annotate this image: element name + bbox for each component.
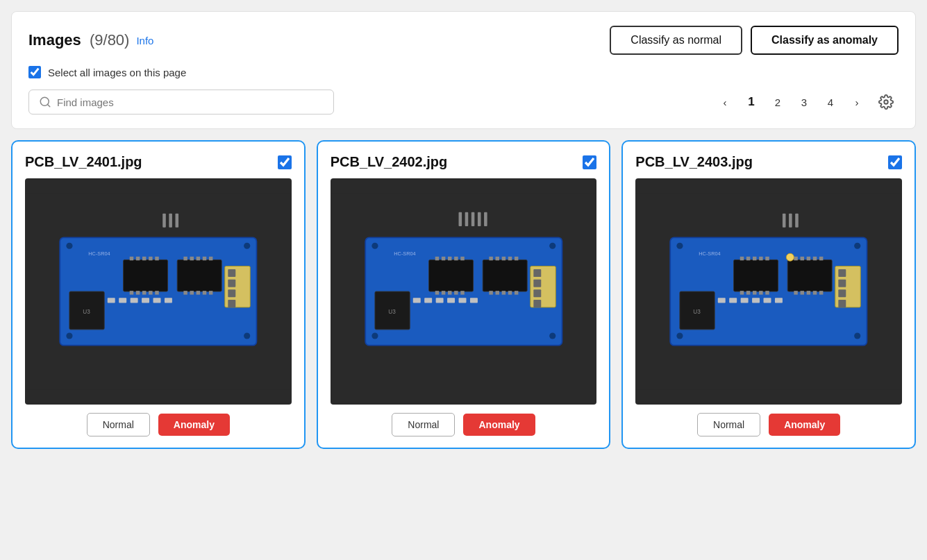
pcb-image-2: U3 xyxy=(331,178,597,405)
svg-rect-136 xyxy=(783,214,786,228)
svg-rect-87 xyxy=(458,298,466,303)
svg-point-5 xyxy=(66,243,72,249)
pcb-image-3: U3 xyxy=(635,178,902,405)
svg-rect-84 xyxy=(424,298,432,303)
svg-rect-74 xyxy=(495,291,499,294)
svg-rect-105 xyxy=(746,257,750,260)
svg-rect-16 xyxy=(155,257,158,260)
svg-rect-76 xyxy=(508,291,511,294)
next-page-button[interactable]: › xyxy=(846,91,868,113)
svg-rect-109 xyxy=(740,291,744,294)
svg-rect-79 xyxy=(533,269,541,277)
normal-tag-button[interactable]: Normal xyxy=(697,413,760,436)
svg-rect-62 xyxy=(435,291,438,294)
svg-rect-44 xyxy=(162,214,166,228)
svg-rect-70 xyxy=(501,257,505,260)
svg-rect-83 xyxy=(412,298,420,303)
svg-rect-112 xyxy=(759,291,762,294)
image-card: PCB_LV_2403.jpg U3 xyxy=(621,140,916,449)
svg-point-52 xyxy=(371,332,378,339)
svg-rect-115 xyxy=(794,257,798,260)
svg-rect-63 xyxy=(442,291,445,294)
svg-rect-138 xyxy=(796,214,799,228)
anomaly-tag-button[interactable]: Anomaly xyxy=(769,414,840,436)
svg-rect-131 xyxy=(730,298,737,303)
svg-rect-58 xyxy=(442,257,445,260)
svg-rect-126 xyxy=(839,269,846,277)
svg-rect-116 xyxy=(801,257,804,260)
svg-rect-39 xyxy=(119,298,126,303)
card-checkbox[interactable] xyxy=(583,155,596,169)
classify-normal-button[interactable]: Classify as normal xyxy=(610,26,742,55)
card-filename: PCB_LV_2403.jpg xyxy=(635,154,753,170)
svg-point-51 xyxy=(549,243,556,249)
svg-rect-38 xyxy=(108,298,115,303)
svg-rect-20 xyxy=(149,291,152,294)
anomaly-tag-button[interactable]: Anomaly xyxy=(158,414,230,436)
card-image: U3 xyxy=(635,178,902,405)
card-checkbox[interactable] xyxy=(888,155,902,169)
svg-line-1 xyxy=(47,104,49,106)
page-3-button[interactable]: 3 xyxy=(793,91,815,113)
card-filename: PCB_LV_2401.jpg xyxy=(25,154,142,170)
pagination: ‹ 1 2 3 4 › xyxy=(714,91,868,113)
page-2-button[interactable]: 2 xyxy=(767,91,789,113)
svg-rect-37 xyxy=(228,300,235,307)
svg-rect-30 xyxy=(197,291,200,294)
card-filename: PCB_LV_2402.jpg xyxy=(331,154,448,170)
svg-rect-34 xyxy=(228,269,235,277)
select-all-label: Select all images on this page xyxy=(48,67,186,78)
svg-rect-64 xyxy=(448,291,451,294)
svg-point-8 xyxy=(244,332,250,339)
card-checkbox[interactable] xyxy=(278,155,292,169)
svg-rect-93 xyxy=(484,212,487,226)
info-link[interactable]: Info xyxy=(136,35,153,46)
svg-rect-82 xyxy=(533,300,541,307)
svg-rect-91 xyxy=(471,212,474,226)
svg-rect-26 xyxy=(203,257,206,260)
prev-page-button[interactable]: ‹ xyxy=(714,91,736,113)
search-icon xyxy=(39,96,51,108)
svg-rect-40 xyxy=(131,298,138,303)
svg-rect-68 xyxy=(489,257,492,260)
svg-rect-29 xyxy=(190,291,194,294)
page-1-button[interactable]: 1 xyxy=(740,91,762,113)
settings-button[interactable] xyxy=(874,90,899,114)
page-4-button[interactable]: 4 xyxy=(819,91,842,113)
svg-rect-106 xyxy=(753,257,756,260)
svg-text:U3: U3 xyxy=(694,309,701,315)
svg-rect-119 xyxy=(819,257,823,260)
svg-rect-108 xyxy=(766,257,769,260)
svg-rect-21 xyxy=(155,291,158,294)
card-header: PCB_LV_2401.jpg xyxy=(25,154,292,170)
svg-rect-11 xyxy=(124,260,168,291)
anomaly-tag-button[interactable]: Anomaly xyxy=(463,414,535,436)
normal-tag-button[interactable]: Normal xyxy=(392,413,455,436)
svg-rect-120 xyxy=(794,291,798,294)
svg-rect-42 xyxy=(153,298,161,303)
svg-rect-114 xyxy=(788,260,833,291)
svg-rect-61 xyxy=(460,257,464,260)
svg-point-97 xyxy=(677,243,683,249)
next-arrow-icon: › xyxy=(855,96,859,108)
svg-rect-71 xyxy=(508,257,511,260)
svg-rect-69 xyxy=(495,257,499,260)
svg-rect-24 xyxy=(190,257,194,260)
svg-point-2 xyxy=(884,100,888,104)
svg-rect-133 xyxy=(752,298,760,303)
svg-rect-73 xyxy=(489,291,492,294)
svg-rect-85 xyxy=(435,298,443,303)
svg-rect-123 xyxy=(813,291,817,294)
classify-anomaly-button[interactable]: Classify as anomaly xyxy=(751,26,899,55)
svg-rect-111 xyxy=(753,291,756,294)
svg-rect-32 xyxy=(209,291,212,294)
search-input[interactable] xyxy=(57,96,324,108)
normal-tag-button[interactable]: Normal xyxy=(87,413,150,436)
svg-point-100 xyxy=(854,332,860,339)
image-card: PCB_LV_2402.jpg U3 xyxy=(317,140,611,449)
svg-rect-77 xyxy=(515,291,518,294)
svg-rect-121 xyxy=(801,291,804,294)
select-all-checkbox[interactable] xyxy=(28,66,41,78)
svg-rect-18 xyxy=(136,291,140,294)
svg-rect-118 xyxy=(813,257,817,260)
